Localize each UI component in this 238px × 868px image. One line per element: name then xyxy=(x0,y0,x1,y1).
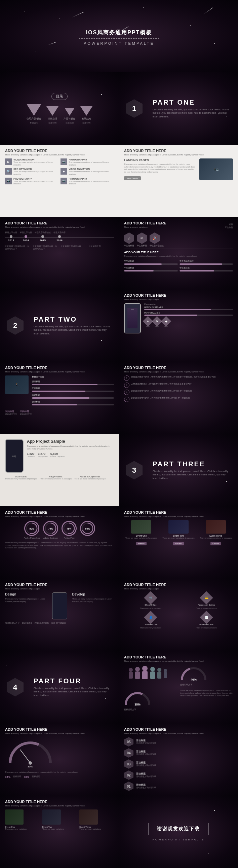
app-project-title: App Project Sample xyxy=(27,439,114,444)
slide-phone-content: ADD YOUR TITLE HERE There are many varia… xyxy=(119,289,238,362)
star xyxy=(143,7,143,8)
part-one-desc: Click here to modify the text , you can … xyxy=(152,108,231,119)
section-subtitle-22: There are many variations of passages of… xyxy=(5,805,114,807)
meteor xyxy=(48,42,56,45)
gauge-label-2: 指标说明文字 xyxy=(180,684,233,686)
star xyxy=(131,83,131,84)
num-text-4: 此处是大量文字内容，包含丰富描述性说明，对字段进行详细说明 xyxy=(131,397,190,399)
slide-add-title-final: ADD YOUR TITLE HERE There are many varia… xyxy=(0,796,119,868)
phone-prog-bar-1 xyxy=(144,309,233,310)
hex-list-text-2: 活动标题 活动描述文字内容说明 xyxy=(136,750,156,756)
progress-items: 学生选标题 学生选标题 学生选标题描述 学生选标题 xyxy=(124,260,233,273)
progress-item-1: 学生选标题 xyxy=(124,260,178,265)
gauge-text: There are many variations of passages of… xyxy=(180,689,233,697)
hex-desc-3: 活动描述文字内容说明 xyxy=(136,764,156,767)
event-btn-3[interactable]: Services xyxy=(210,542,221,545)
feature-icon-5: 📷 xyxy=(5,178,12,184)
section-title-14: ADD YOUR TITLE HERE xyxy=(5,510,114,515)
hex-num-1: 05 xyxy=(124,737,133,747)
part-number-container: 1 xyxy=(126,99,142,118)
gauge-label-1: 指标说明文字 xyxy=(124,709,177,711)
gauge-svg: 35% xyxy=(124,691,151,707)
feature-desc-3: There are many variations of passages of… xyxy=(13,170,59,176)
svg-text:78%: 78% xyxy=(67,528,72,530)
stat-1: 采购标题采购说明文字 xyxy=(5,410,17,416)
silhouettes-area: 35% 指标说明文字 xyxy=(124,665,177,711)
star xyxy=(208,854,209,854)
progress-label-4: 学生选标题 xyxy=(179,267,233,270)
shop-diamond-1: 🛒 xyxy=(144,591,157,604)
progress-fill-4 xyxy=(179,270,214,272)
tl-desc-1: 此处标题文字说明内容，包含描述性文字 xyxy=(5,245,30,250)
tablet-prog-fill-2 xyxy=(32,391,86,392)
tablet-icon: 📱 xyxy=(15,383,19,386)
progress-bar-1 xyxy=(124,264,178,265)
phone-prog-fill-1 xyxy=(144,309,211,310)
section-desc-7: There are many variations of passages of… xyxy=(124,255,233,258)
star xyxy=(101,340,102,341)
timeline: 标题文字内容 2013 标题文字内容 2014 标题文字内容描述 2015 标题… xyxy=(5,231,114,242)
part-three-content: PART THREE Click here to modify the text… xyxy=(152,460,231,480)
progress-item-4: 学生选标题 xyxy=(179,267,233,272)
app-bottom-title-2: Happy Users xyxy=(40,475,72,478)
shop-item-1: 🛒 Shop Online There are many variations xyxy=(124,593,177,610)
timeline-node-2: 标题文字内容 2014 xyxy=(20,231,32,242)
landing-image: 📱💻 xyxy=(199,158,233,180)
section-subtitle-17: There are many variations of passages xyxy=(124,588,233,590)
event-title-2: Event Two xyxy=(161,535,196,537)
part-two-content: PART TWO Click here to modify the text ,… xyxy=(34,316,112,336)
star xyxy=(214,43,215,44)
progress-item-2: 学生选标题 xyxy=(124,267,178,272)
slide-design-develop: ADD YOUR TITLE HERE There are many varia… xyxy=(0,579,119,651)
event-img-1 xyxy=(131,520,151,534)
section-subtitle-14: There are many variations of passages of… xyxy=(5,516,114,518)
develop-phone-mockup xyxy=(52,592,67,619)
landing-title: LANDING PAGES xyxy=(124,158,196,162)
toc-label-3: 产品与服务 xyxy=(64,117,75,120)
silhouettes-svg xyxy=(124,665,171,688)
num-circle-4: 4 xyxy=(124,397,129,402)
part-three-desc: Click here to modify the text, you can c… xyxy=(152,470,231,480)
tl-desc-4: 此处标题文字 xyxy=(89,245,114,250)
final-img-3 xyxy=(79,809,98,825)
final-col-3: Event Three There are many variations xyxy=(79,809,114,831)
progress-label-2: 学生选标题 xyxy=(124,267,178,270)
project-icon-label-3: 华生选标题描述 xyxy=(149,245,164,247)
pct-2: 40% xyxy=(24,775,29,778)
event-btn-2[interactable]: Services xyxy=(173,542,183,545)
timeline-year-2: 2014 xyxy=(23,239,29,242)
circle-svg-4: 95% xyxy=(81,521,94,536)
part-four-content: PART FOUR Click here to modify the text,… xyxy=(34,677,112,698)
thankyou-box: 谢谢观赏欢迎下载 xyxy=(148,823,209,835)
app-stat-lbl-3: Goals & Objectives xyxy=(50,456,65,458)
svg-rect-23 xyxy=(164,672,167,678)
star xyxy=(149,846,149,847)
circle-svg-2: 70% xyxy=(44,521,57,536)
hex-num-2: 04 xyxy=(124,748,133,758)
design-desc: There are many variations of passages of… xyxy=(5,598,47,603)
thankyou-sub: POWERPOINT TEMPALTE xyxy=(152,838,205,841)
prog-text-4: 学生选标题 xyxy=(179,267,190,270)
toc-sublabel-1: 标题说明 xyxy=(30,122,38,124)
toc-triangle-1 xyxy=(27,104,41,116)
star xyxy=(105,698,106,699)
slide-project-items: ADD YOUR TITLE HERE There are many varia… xyxy=(119,217,238,289)
toc-triangle-3 xyxy=(65,108,74,116)
project-icon-3: 🚀 华生选标题描述 xyxy=(149,232,164,247)
event-item-3: Event Three There are many variations of… xyxy=(198,520,233,546)
star xyxy=(131,445,131,445)
part-three-number: 3 xyxy=(132,466,136,475)
star xyxy=(24,11,25,11)
feature-desc-2: There are many variations of passages of… xyxy=(69,161,114,166)
more-details-button[interactable]: More Details xyxy=(124,176,141,180)
timeline-text-3: 标题文字内容描述 xyxy=(35,231,51,234)
part-one-title: PART ONE xyxy=(152,99,231,106)
star xyxy=(36,51,36,52)
part-two-desc: Click here to modify the text , you can … xyxy=(34,325,112,336)
event-btn-1[interactable]: Services xyxy=(136,542,146,545)
phone-prog-label-2: PERFORMANCE xyxy=(144,312,233,314)
shop-desc-1: There are many variations xyxy=(140,607,161,610)
slide-events: ADD YOUR TITLE HERE There are many varia… xyxy=(119,506,238,579)
progress-bar-3 xyxy=(179,264,233,265)
circle-ring-1: 80% xyxy=(24,521,39,536)
